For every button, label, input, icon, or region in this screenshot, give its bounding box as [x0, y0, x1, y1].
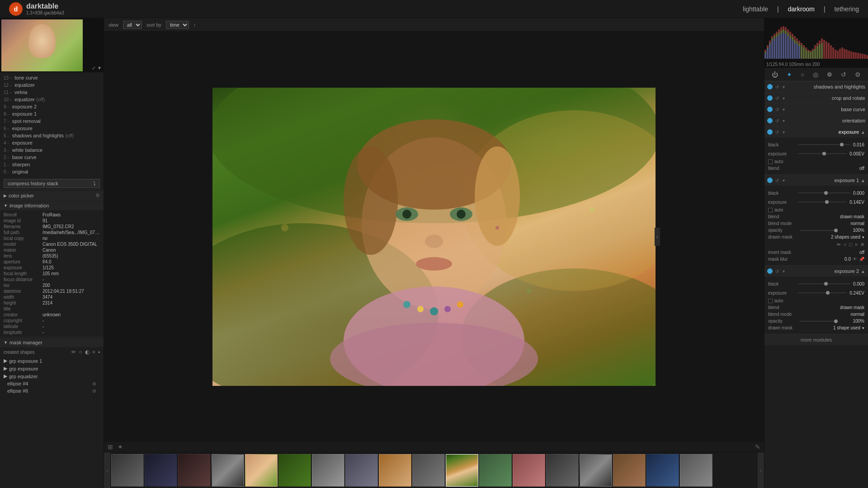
exp1-mask-blur-eye-icon[interactable]: 👁 [853, 257, 857, 262]
module-shadows-highlights-header[interactable]: ↺ ▾ shadows and highlights [764, 81, 868, 92]
view-select[interactable]: all [123, 21, 142, 29]
module-exposure-toggle[interactable] [767, 129, 773, 135]
filmstrip-thumb-2[interactable] [178, 454, 211, 487]
photo-container[interactable]: › [104, 32, 764, 442]
module-crop-rotate-reset[interactable]: ↺ [774, 96, 780, 101]
right-panel-collapse-arrow[interactable]: › [655, 228, 660, 246]
history-item[interactable]: 8 - exposure 1 [0, 110, 104, 117]
filmstrip-grid-icon[interactable]: ⊞ [108, 443, 113, 450]
compress-history-button[interactable]: compress history stack ⤵ [4, 179, 100, 188]
module-exposure1-toggle[interactable] [767, 178, 773, 183]
module-icon-circle[interactable]: ○ [799, 70, 806, 79]
history-item[interactable]: 9 - exposure 2 [0, 103, 104, 110]
filmstrip-thumb-1[interactable] [145, 454, 177, 487]
filmstrip-thumb-active[interactable] [446, 454, 478, 487]
thumbnail-image[interactable] [1, 19, 83, 71]
module-crop-rotate-toggle[interactable] [767, 95, 773, 101]
module-icon-rotate[interactable]: ↺ [839, 70, 848, 79]
module-shadows-highlights-toggle[interactable] [767, 84, 773, 89]
exp2-mask-expand-icon[interactable]: ▾ [862, 326, 864, 330]
sort-direction-icon[interactable]: ↑ [193, 22, 196, 28]
history-item[interactable]: 13 - tone curve [0, 74, 104, 81]
history-item[interactable]: 1 - sharpen [0, 161, 104, 168]
mask-group-grp-exposure1[interactable]: ▶ grp exposure 1 [0, 357, 104, 365]
mask-pencil-icon[interactable]: ✏ [71, 349, 76, 355]
history-item[interactable]: 6 - exposure [0, 125, 104, 132]
exp1-mask-rect-icon[interactable]: □ [849, 242, 852, 248]
exp1-opacity-slider[interactable] [800, 230, 836, 231]
filmstrip-thumb-0[interactable] [111, 454, 144, 487]
filmstrip-star-icon[interactable]: ✦ [118, 443, 123, 450]
module-orientation-toggle[interactable] [767, 118, 773, 123]
module-shadows-highlights-preset[interactable]: ▾ [782, 84, 786, 89]
exp2-black-slider[interactable] [798, 283, 850, 284]
sort-select[interactable]: time [166, 21, 189, 29]
module-exposure2-expand[interactable]: ▲ [861, 269, 865, 274]
more-modules-button[interactable]: more modules [764, 334, 868, 345]
module-base-curve-toggle[interactable] [767, 107, 773, 112]
mask-group-grp-exposure[interactable]: ▶ grp exposure [0, 365, 104, 372]
exp2-opacity-slider[interactable] [800, 321, 836, 322]
filmstrip-right-arrow[interactable]: › [758, 452, 764, 488]
mask-circle-icon[interactable]: ○ [79, 349, 82, 355]
module-crop-rotate-preset[interactable]: ▾ [782, 96, 786, 101]
exp1-mask-blur-pin-icon[interactable]: 📌 [859, 257, 864, 262]
module-exposure2-header[interactable]: ↺ ▾ exposure 2 ▲ [764, 266, 868, 277]
exp1-mask-delete-icon[interactable]: ✕ [860, 242, 864, 248]
module-orientation-header[interactable]: ↺ ▾ orientation [764, 115, 868, 126]
module-base-curve-preset[interactable]: ▾ [782, 107, 786, 112]
thumbnail-expand-icon[interactable]: ⤢ [92, 66, 95, 70]
filmstrip-thumb-9[interactable] [412, 454, 445, 487]
module-base-curve-reset[interactable]: ↺ [774, 107, 780, 112]
mask-item-ellipse6[interactable]: ellipse #6 ⚙ [0, 387, 104, 394]
module-exposure1-reset[interactable]: ↺ [774, 178, 780, 183]
mask-manager-header[interactable]: ▼ mask manager [0, 338, 104, 347]
history-item[interactable]: 2 - base curve [0, 154, 104, 161]
module-exposure1-expand[interactable]: ▲ [861, 178, 865, 183]
filmstrip-thumb-5[interactable] [278, 454, 311, 487]
nav-lighttable[interactable]: lighttable [743, 5, 768, 13]
filmstrip-left-arrow[interactable]: ‹ [104, 452, 110, 488]
module-icon-target[interactable]: ◎ [811, 70, 820, 79]
history-item[interactable]: 3 - white balance [0, 146, 104, 154]
history-item[interactable]: 11 - velvia [0, 89, 104, 96]
history-item[interactable]: 12 - equalizer [0, 81, 104, 89]
nav-tethering[interactable]: tethering [835, 5, 859, 13]
module-exposure2-reset[interactable]: ↺ [774, 269, 780, 274]
module-exposure-reset[interactable]: ↺ [774, 130, 780, 135]
exposure-auto-checkbox[interactable] [768, 160, 773, 164]
filmstrip-thumb-7[interactable] [345, 454, 378, 487]
mask-item-settings-ellipse6[interactable]: ⚙ [92, 389, 96, 394]
history-item[interactable]: 0 - original [0, 168, 104, 175]
module-exposure-expand[interactable]: ▲ [861, 130, 865, 135]
filmstrip-thumb-6[interactable] [312, 454, 344, 487]
history-item[interactable]: 5 - shadows and highlights (off) [0, 132, 104, 139]
exp1-black-slider[interactable] [798, 192, 850, 193]
module-orientation-preset[interactable]: ▾ [782, 118, 786, 123]
exp1-mask-brush-icon[interactable]: ⌗ [855, 242, 858, 248]
color-picker-header[interactable]: ▶ color picker ⚙ [0, 190, 104, 200]
module-exposure1-preset[interactable]: ▾ [782, 178, 786, 183]
module-exposure1-header[interactable]: ↺ ▾ exposure 1 ▲ [764, 175, 868, 186]
exposure-exposure-slider[interactable] [798, 153, 847, 154]
module-shadows-highlights-reset[interactable]: ↺ [774, 84, 780, 89]
module-base-curve-header[interactable]: ↺ ▾ base curve [764, 104, 868, 115]
filmstrip-thumb-17[interactable] [680, 454, 712, 487]
module-exposure-preset[interactable]: ▾ [782, 130, 786, 135]
exp1-mask-circle-icon[interactable]: ○ [844, 242, 847, 248]
color-picker-settings-icon[interactable]: ⚙ [95, 192, 100, 198]
nav-darkroom[interactable]: darkroom [788, 5, 815, 13]
mask-brush-icon[interactable]: ⌗ [92, 349, 95, 355]
filmstrip-thumb-15[interactable] [613, 454, 646, 487]
mask-item-ellipse4[interactable]: ellipse #4 ⚙ [0, 380, 104, 387]
filmstrip-thumb-14[interactable] [580, 454, 612, 487]
exp2-auto-checkbox[interactable] [768, 299, 773, 303]
filmstrip-thumb-8[interactable] [379, 454, 411, 487]
module-exposure-header[interactable]: ↺ ▾ exposure ▲ [764, 127, 868, 137]
history-item[interactable]: 10 - equalizer (off) [0, 96, 104, 103]
exp1-mask-expand-icon[interactable]: ▾ [862, 235, 864, 239]
module-exposure2-preset[interactable]: ▾ [782, 269, 786, 274]
mask-delete-icon[interactable]: ▪ [98, 349, 100, 355]
mask-group-grp-equalizer[interactable]: ▶ grp equalizer [0, 372, 104, 380]
module-icon-power[interactable]: ⏻ [770, 70, 780, 79]
